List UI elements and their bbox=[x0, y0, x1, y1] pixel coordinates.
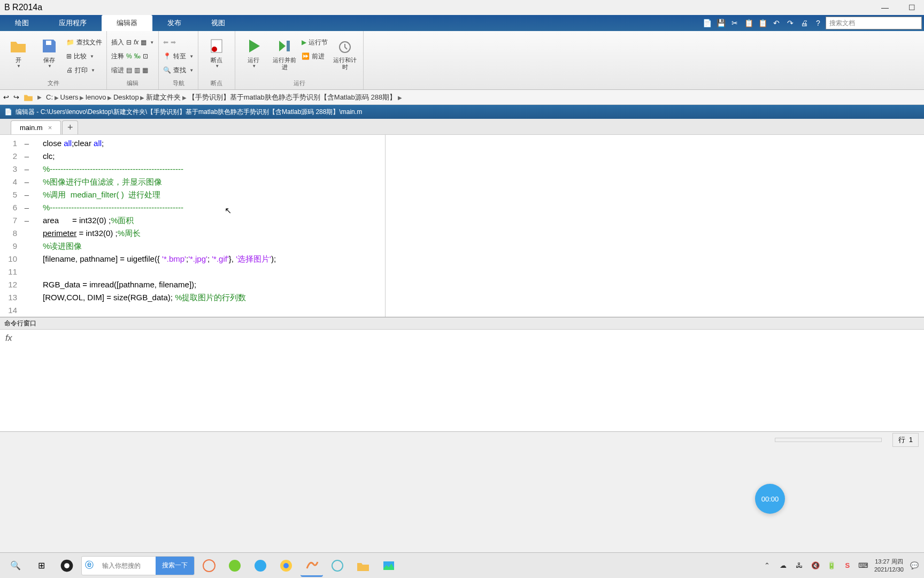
ribbon-tab-2[interactable]: 编辑器 bbox=[102, 15, 152, 31]
goto-button[interactable]: 📍 转至 ▼ bbox=[163, 49, 194, 63]
open-folder-icon bbox=[10, 37, 27, 55]
taskbar-search-button[interactable]: 搜索一下 bbox=[156, 557, 194, 575]
ribbon-print-icon[interactable]: 🖨 bbox=[798, 17, 811, 29]
chevron-right-icon: ▶ bbox=[181, 95, 188, 101]
app-icon-2[interactable] bbox=[326, 554, 349, 577]
play-section-icon: ▶ bbox=[302, 39, 306, 46]
ribbon-group-edit: 插入 ⊟ fx ▦ ▼ 注释 % ‰ ⊡ 缩进 ▤ ▥ ▦ bbox=[107, 31, 159, 89]
ribbon-save-icon[interactable]: 💾 bbox=[714, 17, 727, 29]
command-window[interactable]: fx bbox=[0, 330, 924, 431]
search-icon[interactable]: 🔍 bbox=[4, 554, 27, 577]
file-tab-strip: main.m × + bbox=[0, 119, 924, 135]
advance-icon: ⏩ bbox=[302, 52, 310, 60]
app-icon-1[interactable] bbox=[198, 554, 220, 577]
obs-icon[interactable] bbox=[56, 554, 78, 577]
advance-button[interactable]: ⏩ 前进 bbox=[302, 49, 328, 63]
file-tab-main[interactable]: main.m × bbox=[11, 120, 61, 134]
goto-icon: 📍 bbox=[163, 52, 171, 60]
ribbon-copy-icon[interactable]: 📋 bbox=[742, 17, 755, 29]
taskbar-search[interactable]: ⓔ 搜索一下 bbox=[81, 556, 195, 575]
comment-button[interactable]: 注释 % ‰ ⊡ bbox=[111, 49, 154, 63]
add-tab-button[interactable]: + bbox=[62, 120, 78, 134]
run-section-button[interactable]: ▶ 运行节 bbox=[302, 35, 328, 49]
ribbon-tab-3[interactable]: 发布 bbox=[152, 15, 196, 31]
guide-line bbox=[385, 135, 386, 317]
volume-icon[interactable]: 🔇 bbox=[810, 560, 821, 571]
insert-section-icon: ⊟ bbox=[126, 39, 132, 46]
breakpoint-button[interactable]: 断点 ▼ bbox=[203, 35, 230, 71]
chevron-down-icon: ▼ bbox=[91, 68, 95, 73]
ribbon-tab-4[interactable]: 视图 bbox=[196, 15, 240, 31]
group-label: 编辑 bbox=[111, 79, 154, 87]
path-crumb[interactable]: 新建文件夹 bbox=[146, 93, 181, 101]
chrome-icon[interactable] bbox=[275, 554, 297, 577]
matlab-icon[interactable] bbox=[301, 554, 323, 577]
notifications-icon[interactable]: 💬 bbox=[909, 560, 920, 571]
run-advance-button[interactable]: 运行并前进 bbox=[271, 35, 298, 73]
indent-button[interactable]: 缩进 ▤ ▥ ▦ bbox=[111, 63, 154, 77]
find-button[interactable]: 🔍 查找 ▼ bbox=[163, 63, 194, 77]
play-icon bbox=[245, 37, 262, 55]
nav-back-button[interactable]: ⬅ ➡ bbox=[163, 35, 194, 49]
path-crumb[interactable]: lenovo bbox=[86, 93, 106, 101]
run-time-button[interactable]: 运行和计时 bbox=[331, 35, 359, 73]
maximize-button[interactable]: ☐ bbox=[904, 2, 920, 13]
code-editor[interactable]: 1234567891011121314 ––––––– close all;cl… bbox=[0, 135, 924, 317]
recording-timer-badge[interactable]: 00:00 bbox=[755, 484, 785, 514]
taskbar-clock[interactable]: 13:27 周四 2021/12/30 bbox=[874, 558, 904, 573]
battery-icon[interactable]: 🔋 bbox=[826, 560, 837, 571]
insert-button[interactable]: 插入 ⊟ fx ▦ ▼ bbox=[111, 35, 154, 49]
uncomment-icon: ‰ bbox=[134, 52, 141, 60]
search-docs-input[interactable]: 搜索文档 bbox=[826, 17, 922, 29]
path-crumb[interactable]: C: bbox=[46, 93, 53, 101]
ribbon-redo-icon[interactable]: ↷ bbox=[784, 17, 797, 29]
clock-icon bbox=[336, 37, 353, 55]
ribbon-help-icon[interactable]: ? bbox=[812, 17, 825, 29]
file-explorer-icon[interactable] bbox=[352, 554, 374, 577]
svg-point-9 bbox=[255, 560, 266, 572]
ribbon-new-icon[interactable]: 📄 bbox=[700, 17, 713, 29]
print-button[interactable]: 🖨 打印 ▼ bbox=[66, 63, 102, 77]
folder-icon[interactable] bbox=[24, 93, 33, 102]
line-number-gutter: 1234567891011121314 bbox=[0, 135, 21, 317]
compare-button[interactable]: ⊞ 比较 ▼ bbox=[66, 49, 102, 63]
ribbon-undo-icon[interactable]: ↶ bbox=[770, 17, 783, 29]
path-crumb[interactable]: Desktop bbox=[113, 93, 139, 101]
wrap-comment-icon: ⊡ bbox=[143, 52, 148, 60]
ribbon-content: 开 ▼ 保存 ▼ 📁 查找文件 ⊞ 比较 ▼ 🖨 bbox=[0, 31, 924, 90]
search-placeholder: 搜索文档 bbox=[829, 19, 855, 28]
status-bar: 行 1 bbox=[0, 431, 924, 447]
ribbon-tab-1[interactable]: 应用程序 bbox=[44, 15, 102, 31]
compare-icon: ⊞ bbox=[66, 52, 72, 60]
edge-icon[interactable] bbox=[249, 554, 272, 577]
path-fwd-icon[interactable]: ↪ bbox=[13, 93, 19, 101]
keyboard-icon[interactable]: ⌨ bbox=[858, 560, 869, 571]
taskbar-search-input[interactable] bbox=[97, 557, 156, 575]
indent-icon: ▤ bbox=[126, 66, 132, 74]
tray-up-icon[interactable]: ⌃ bbox=[762, 560, 773, 571]
save-button[interactable]: 保存 ▼ bbox=[35, 35, 63, 71]
ribbon-tab-0[interactable]: 绘图 bbox=[0, 15, 44, 31]
close-tab-icon[interactable]: × bbox=[48, 124, 52, 132]
ribbon-group-file: 开 ▼ 保存 ▼ 📁 查找文件 ⊞ 比较 ▼ 🖨 bbox=[0, 31, 107, 89]
edge-legacy-icon[interactable] bbox=[224, 554, 246, 577]
photos-icon[interactable] bbox=[378, 554, 400, 577]
find-files-button[interactable]: 📁 查找文件 bbox=[66, 35, 102, 49]
task-view-icon[interactable]: ⊞ bbox=[30, 554, 52, 577]
open-button[interactable]: 开 ▼ bbox=[4, 35, 32, 71]
ime-icon[interactable]: S bbox=[842, 560, 853, 571]
ribbon-group-run: 运行 ▼ 运行并前进 ▶ 运行节 ⏩ 前进 运行和计时 bbox=[235, 31, 364, 89]
path-back-icon[interactable]: ↩ bbox=[3, 93, 9, 101]
ribbon-paste-icon[interactable]: 📋 bbox=[756, 17, 769, 29]
path-crumb[interactable]: 【手势识别】基于matlab肤色静态手势识别【含Matlab源码 288期】 bbox=[188, 93, 396, 101]
run-button[interactable]: 运行 ▼ bbox=[240, 35, 267, 71]
code-content[interactable]: close all;clear all;clc;%---------------… bbox=[32, 135, 924, 317]
path-crumb[interactable]: Users bbox=[60, 93, 79, 101]
cloud-icon[interactable]: ☁ bbox=[778, 560, 789, 571]
svg-point-12 bbox=[332, 560, 343, 571]
network-icon[interactable]: 🖧 bbox=[794, 560, 805, 571]
minimize-button[interactable]: — bbox=[877, 2, 893, 13]
chevron-right-icon: ▶ bbox=[139, 95, 147, 101]
search-icon: 🔍 bbox=[163, 66, 171, 74]
ribbon-cut-icon[interactable]: ✂ bbox=[728, 17, 741, 29]
